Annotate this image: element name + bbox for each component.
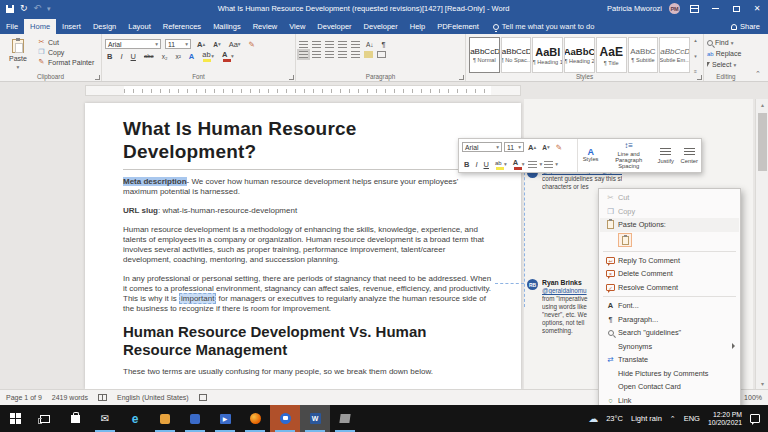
save-icon[interactable] xyxy=(6,5,14,13)
minimize-button[interactable] xyxy=(708,2,722,15)
scroll-down-icon[interactable]: ▾ xyxy=(759,380,766,387)
increase-indent-icon[interactable] xyxy=(351,41,360,48)
tab-references[interactable]: References xyxy=(157,19,207,34)
tell-me-box[interactable]: Tell me what you want to do xyxy=(493,22,595,34)
show-formatting-button[interactable]: ¶ xyxy=(380,39,388,49)
copy-button[interactable]: ❐Copy xyxy=(37,47,94,57)
proofing-icon[interactable] xyxy=(98,394,107,401)
scrollbar-thumb[interactable] xyxy=(758,113,767,171)
tab-layout[interactable]: Layout xyxy=(122,19,157,34)
style-title[interactable]: AaE¶ Title xyxy=(596,37,627,73)
mini-styles-button[interactable]: A Styles xyxy=(578,139,603,172)
mini-highlight-button[interactable]: ab▾ xyxy=(493,159,509,169)
justify-icon[interactable] xyxy=(338,51,347,58)
styles-dialog-launcher[interactable] xyxy=(697,75,702,80)
taskbar-firefox[interactable] xyxy=(240,405,270,432)
mini-format-painter-button[interactable]: ✎ xyxy=(554,142,564,152)
document-page[interactable]: What Is Human Resource Development? Meta… xyxy=(85,103,521,389)
font-name-select[interactable]: Arial▾ xyxy=(105,39,161,49)
document-heading-1[interactable]: What Is Human Resource Development? xyxy=(123,117,493,163)
text-highlight-button[interactable]: ab▾ xyxy=(200,51,216,61)
mini-bold-button[interactable]: B xyxy=(462,159,471,169)
mini-justify-button[interactable]: Justify xyxy=(654,139,677,172)
menu-item-paragraph[interactable]: ¶Paragraph... xyxy=(600,313,739,327)
numbering-icon[interactable] xyxy=(312,41,321,48)
task-view-button[interactable] xyxy=(30,405,60,432)
style-heading-1[interactable]: AaBl¶ Heading 1 xyxy=(532,37,563,73)
mini-underline-button[interactable]: U xyxy=(482,159,491,169)
underline-button[interactable]: U xyxy=(129,51,138,61)
strikethrough-button[interactable]: abc xyxy=(142,51,156,61)
mini-line-spacing-button[interactable]: ↕≡ Line and Paragraph Spacing xyxy=(603,139,654,172)
tab-view[interactable]: View xyxy=(283,19,311,34)
format-painter-button[interactable]: ✎Format Painter xyxy=(37,57,94,67)
menu-item-translate[interactable]: ⇄Translate xyxy=(600,353,739,367)
menu-item-font[interactable]: AFont... xyxy=(600,299,739,313)
mini-font-size-select[interactable]: 11▾ xyxy=(504,142,524,152)
mini-bullets-icon[interactable] xyxy=(528,161,537,168)
align-right-icon[interactable] xyxy=(325,51,334,58)
meta-description-paragraph[interactable]: Meta description- We cover how human res… xyxy=(123,177,493,197)
styles-scroll-down-icon[interactable]: ▾ xyxy=(691,54,700,59)
paste-button[interactable]: Paste ▾ xyxy=(3,37,33,71)
mini-center-button[interactable]: Center xyxy=(678,139,701,172)
selected-text[interactable]: Meta description xyxy=(123,177,187,186)
italic-button[interactable]: I xyxy=(118,51,124,61)
taskbar-app-blue[interactable] xyxy=(180,405,210,432)
document-heading-2[interactable]: Human Resource Development Vs. Human Res… xyxy=(123,323,493,359)
font-color-button[interactable]: A▾ xyxy=(220,51,236,61)
action-center-icon[interactable] xyxy=(750,414,760,423)
styles-scroll-up-icon[interactable]: ▴ xyxy=(691,38,700,43)
menu-item-synonyms[interactable]: Synonyms xyxy=(600,340,739,354)
font-size-select[interactable]: 11▾ xyxy=(165,39,191,49)
maximize-button[interactable] xyxy=(729,2,743,15)
paste-dropdown-icon[interactable]: ▾ xyxy=(17,64,20,70)
select-button[interactable]: Select▾ xyxy=(707,59,745,70)
mini-font-name-select[interactable]: Arial▾ xyxy=(462,142,502,152)
taskbar-movies-tv[interactable]: ▶ xyxy=(210,405,240,432)
language-switcher[interactable]: ENG xyxy=(684,414,700,423)
find-button[interactable]: Find▾ xyxy=(707,37,745,48)
menu-item-delete-comment[interactable]: ×Delete Comment xyxy=(600,267,739,281)
shading-icon[interactable] xyxy=(364,51,373,58)
user-avatar[interactable]: PM xyxy=(669,3,680,14)
subscript-button[interactable]: x₂ xyxy=(160,51,170,61)
align-left-icon[interactable] xyxy=(299,51,308,58)
paste-option-keep-source[interactable] xyxy=(600,232,739,249)
menu-item-resolve-comment[interactable]: ✓Resolve Comment xyxy=(600,281,739,295)
borders-icon[interactable] xyxy=(377,51,386,58)
tab-review[interactable]: Review xyxy=(247,19,284,34)
menu-item-open-contact-card[interactable]: Open Contact Card xyxy=(600,380,739,394)
style-subtle-emphasis[interactable]: AaBbCcDaSubtle Em... xyxy=(659,37,690,73)
style-heading-2[interactable]: AaBbC¶ Heading 2 xyxy=(564,37,595,73)
url-slug-paragraph[interactable]: URL slug: what-is-human-resource-develop… xyxy=(123,206,493,216)
vertical-scrollbar[interactable]: ▴ ▾ xyxy=(755,99,768,389)
line-spacing-icon[interactable] xyxy=(351,51,360,58)
undo-icon[interactable]: ↶ xyxy=(34,4,42,13)
taskbar-app-gray[interactable] xyxy=(330,405,360,432)
ribbon-display-options-button[interactable] xyxy=(687,2,701,15)
macro-recording-icon[interactable] xyxy=(199,394,207,401)
weather-condition[interactable]: Light rain xyxy=(631,414,662,423)
align-center-icon[interactable] xyxy=(312,51,321,58)
tab-pdfelement[interactable]: PDFelement xyxy=(431,19,485,34)
tab-design[interactable]: Design xyxy=(87,19,122,34)
bullets-icon[interactable] xyxy=(299,41,308,48)
style-no-spacing[interactable]: AaBbCcDc¶ No Spac... xyxy=(501,37,532,73)
taskbar-microsoft-store[interactable] xyxy=(60,405,90,432)
weather-icon[interactable]: ☁ xyxy=(588,413,598,424)
paragraph-dialog-launcher[interactable] xyxy=(459,75,464,80)
close-button[interactable]: ✕ xyxy=(750,2,764,15)
mini-numbering-icon[interactable] xyxy=(544,161,553,168)
url-slug-label[interactable]: URL slug xyxy=(123,206,158,215)
decrease-indent-icon[interactable] xyxy=(338,41,347,48)
body-paragraph-3[interactable]: These two terms are usually confusing fo… xyxy=(123,367,493,377)
taskbar-mail[interactable]: ✉ xyxy=(90,405,120,432)
scroll-up-icon[interactable]: ▴ xyxy=(759,101,766,108)
body-paragraph-2[interactable]: In any professional or personal setting,… xyxy=(123,274,493,314)
tab-help[interactable]: Help xyxy=(404,19,431,34)
horizontal-ruler[interactable] xyxy=(0,82,768,99)
sort-button[interactable]: A↓ xyxy=(364,39,376,49)
clipboard-dialog-launcher[interactable] xyxy=(95,75,100,80)
change-case-button[interactable]: Aa▾ xyxy=(227,39,243,49)
